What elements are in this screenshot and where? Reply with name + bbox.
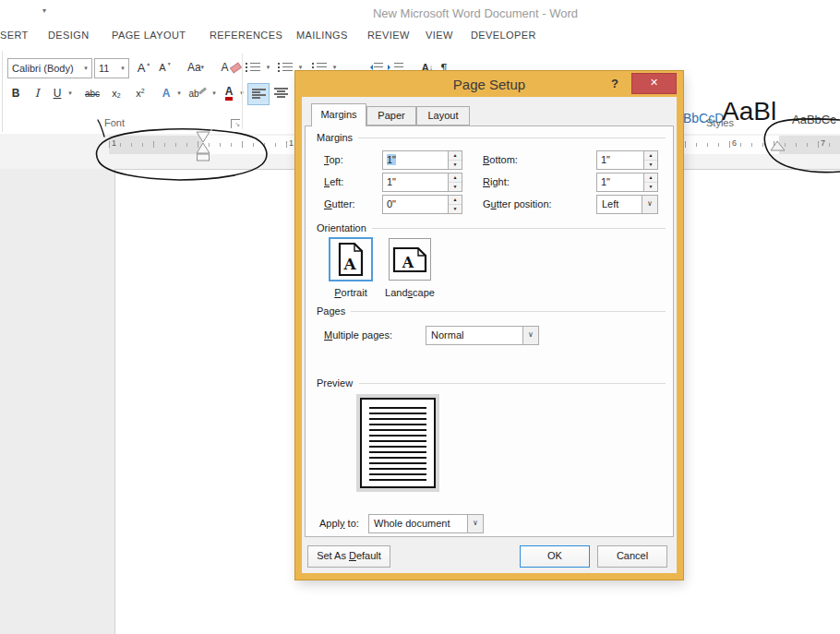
multiple-pages-dropdown[interactable]: Normal ∨ xyxy=(426,326,539,345)
apply-to-value[interactable]: Whole document xyxy=(369,515,467,532)
bottom-margin-spinner[interactable]: ▲▼ xyxy=(643,151,657,169)
shrink-font-button[interactable]: A▼ xyxy=(156,57,174,78)
gutter-value[interactable]: 0" xyxy=(383,196,448,213)
spin-down-icon[interactable]: ▼ xyxy=(449,161,462,169)
gutter-position-value[interactable]: Left xyxy=(597,196,642,213)
font-dialog-launcher[interactable]: ↘ xyxy=(231,119,240,128)
highlight-menu-arrow[interactable]: ▾ xyxy=(209,83,220,103)
spin-up-icon[interactable]: ▲ xyxy=(449,173,462,183)
gutter-field[interactable]: 0" ▲▼ xyxy=(382,195,462,214)
right-margin-field[interactable]: 1" ▲▼ xyxy=(596,173,658,192)
highlight-button[interactable]: ab xyxy=(186,83,209,103)
chevron-down-icon[interactable]: ▾ xyxy=(117,65,128,72)
portrait-label: Portrait xyxy=(330,287,371,298)
style-chip-subtitle-preview[interactable]: AaBbCc xyxy=(792,113,836,126)
font-size-value[interactable]: 11 xyxy=(95,63,117,74)
close-button[interactable]: ✕ xyxy=(631,73,677,94)
chevron-down-icon[interactable]: ∨ xyxy=(642,196,657,213)
tab-view[interactable]: VIEW xyxy=(426,30,453,41)
multiple-pages-value[interactable]: Normal xyxy=(426,327,522,344)
spin-up-icon[interactable]: ▲ xyxy=(644,151,657,161)
tab-margins[interactable]: Margins xyxy=(311,103,366,126)
bold-button[interactable]: B xyxy=(6,83,26,103)
font-name-value[interactable]: Calibri (Body) xyxy=(8,63,80,74)
bullets-menu-arrow[interactable]: ▾ xyxy=(263,57,273,78)
portrait-tile[interactable]: A xyxy=(329,237,373,281)
svg-text:A: A xyxy=(342,255,356,273)
left-margin-spinner[interactable]: ▲▼ xyxy=(448,173,462,191)
svg-text:A: A xyxy=(402,254,414,271)
top-margin-spinner[interactable]: ▲▼ xyxy=(448,151,462,169)
indent-markers[interactable] xyxy=(196,131,211,162)
landscape-tile[interactable]: A xyxy=(389,238,431,281)
left-margin-value[interactable]: 1" xyxy=(383,173,448,191)
align-left-button[interactable] xyxy=(247,83,270,105)
italic-button[interactable]: I xyxy=(28,83,46,103)
cancel-button[interactable]: Cancel xyxy=(597,545,667,568)
font-name-combo[interactable]: Calibri (Body) ▾ xyxy=(7,58,92,78)
clear-formatting-button[interactable]: A xyxy=(220,57,242,78)
spin-down-icon[interactable]: ▼ xyxy=(644,183,657,191)
tab-design[interactable]: DESIGN xyxy=(48,30,90,41)
strikethrough-button[interactable]: abc xyxy=(79,83,105,103)
right-margin-value[interactable]: 1" xyxy=(597,173,643,191)
align-center-button[interactable] xyxy=(270,83,291,103)
tab-insert[interactable]: SERT xyxy=(0,30,29,41)
bottom-margin-value[interactable]: 1" xyxy=(597,151,643,169)
spin-up-icon[interactable]: ▲ xyxy=(449,196,462,205)
spin-up-icon[interactable]: ▲ xyxy=(644,173,657,183)
preview-text-lines xyxy=(369,407,426,481)
chevron-down-icon[interactable]: ▾ xyxy=(80,65,91,72)
left-indent-marker[interactable] xyxy=(198,154,210,161)
superscript-button[interactable]: x2 xyxy=(129,83,151,103)
font-color-button[interactable]: A xyxy=(220,83,238,103)
apply-to-dropdown[interactable]: Whole document ∨ xyxy=(368,514,484,533)
tab-developer[interactable]: DEVELOPER xyxy=(471,30,536,41)
left-margin-label: Left: xyxy=(324,176,343,187)
spin-down-icon[interactable]: ▼ xyxy=(644,161,657,169)
gutter-position-dropdown[interactable]: Left ∨ xyxy=(596,195,658,214)
subscript-button[interactable]: x2 xyxy=(105,83,127,103)
underline-button[interactable]: U xyxy=(48,83,66,103)
hanging-indent-marker[interactable] xyxy=(197,143,210,153)
change-case-button[interactable]: Aa▾ xyxy=(181,57,210,78)
bullets-button[interactable] xyxy=(244,57,262,78)
section-divider xyxy=(359,383,666,384)
spin-up-icon[interactable]: ▲ xyxy=(449,151,462,161)
align-left-icon xyxy=(252,89,266,100)
top-margin-value[interactable]: 1" xyxy=(383,151,448,169)
right-margin-spinner[interactable]: ▲▼ xyxy=(643,173,657,191)
tab-review[interactable]: REVIEW xyxy=(367,30,410,41)
spin-down-icon[interactable]: ▼ xyxy=(449,205,462,213)
top-margin-field[interactable]: 1" ▲▼ xyxy=(382,150,462,170)
help-icon[interactable]: ? xyxy=(607,77,622,90)
tab-mailings[interactable]: MAILINGS xyxy=(296,30,348,41)
dialog-body: Margins Paper Layout Margins Top: 1" ▲▼ … xyxy=(302,97,677,573)
font-size-combo[interactable]: 11 ▾ xyxy=(94,58,129,78)
window-title: New Microsoft Word Document - Word xyxy=(373,6,578,20)
spin-down-icon[interactable]: ▼ xyxy=(449,183,462,191)
close-icon: ✕ xyxy=(650,77,658,88)
styles-group-label: Styles xyxy=(706,117,734,128)
numbered-list-icon xyxy=(278,62,293,73)
tab-layout[interactable]: Layout xyxy=(416,106,470,126)
tab-references[interactable]: REFERENCES xyxy=(210,30,282,41)
grow-font-button[interactable]: A▲ xyxy=(134,57,154,78)
ribbon-collapse-icon[interactable]: ▾ xyxy=(39,7,50,14)
ok-button[interactable]: OK xyxy=(520,545,590,568)
margins-section-label: Margins xyxy=(317,132,358,143)
underline-menu-arrow[interactable]: ▾ xyxy=(65,83,76,103)
first-line-indent-marker[interactable] xyxy=(197,132,210,142)
text-effects-button[interactable]: A xyxy=(157,83,175,103)
numbering-button[interactable] xyxy=(276,57,294,78)
tab-page-layout[interactable]: PAGE LAYOUT xyxy=(112,30,186,41)
set-as-default-button[interactable]: Set As Default xyxy=(307,545,390,568)
right-indent-marker[interactable] xyxy=(770,140,786,152)
gutter-spinner[interactable]: ▲▼ xyxy=(448,196,462,213)
bottom-margin-field[interactable]: 1" ▲▼ xyxy=(596,150,658,170)
chevron-down-icon[interactable]: ∨ xyxy=(467,515,483,532)
text-effects-menu-arrow[interactable]: ▾ xyxy=(174,83,185,103)
chevron-down-icon[interactable]: ∨ xyxy=(522,327,538,344)
tab-paper[interactable]: Paper xyxy=(366,106,416,126)
left-margin-field[interactable]: 1" ▲▼ xyxy=(382,173,462,192)
